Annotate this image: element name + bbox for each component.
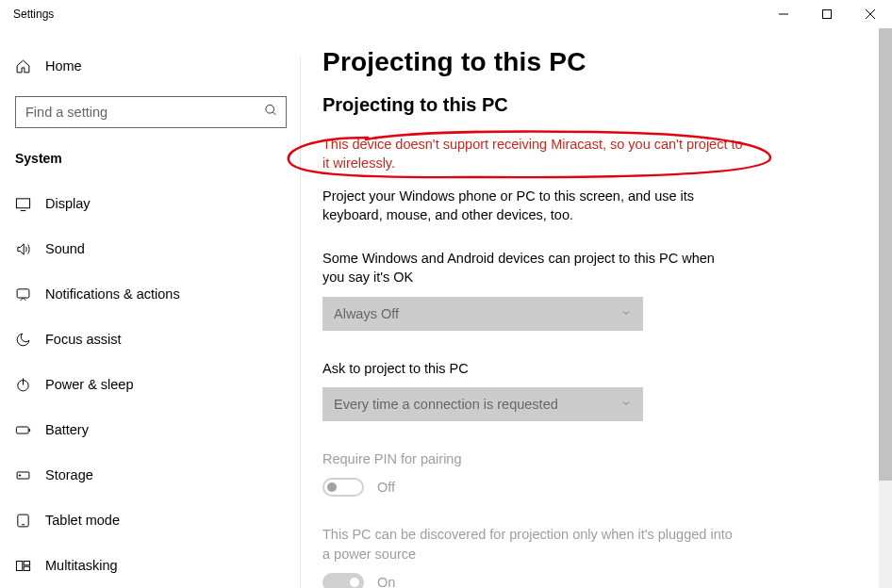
svg-rect-11 xyxy=(16,426,28,433)
svg-rect-18 xyxy=(24,561,29,564)
tablet-icon xyxy=(15,513,38,529)
home-icon xyxy=(15,58,38,74)
ask-to-project-select[interactable]: Every time a connection is requested xyxy=(322,387,643,421)
chevron-down-icon xyxy=(620,306,632,321)
availability-label: Some Windows and Android devices can pro… xyxy=(322,249,737,287)
sidebar-item-battery[interactable]: Battery xyxy=(0,407,300,452)
sidebar-item-label: Multitasking xyxy=(45,558,118,573)
sidebar-item-label: Battery xyxy=(45,422,89,437)
sidebar-item-label: Focus assist xyxy=(45,332,122,347)
availability-select[interactable]: Always Off xyxy=(322,297,643,331)
svg-rect-19 xyxy=(24,566,29,570)
sidebar-item-multitasking[interactable]: Multitasking xyxy=(0,543,300,588)
sidebar-item-sound[interactable]: Sound xyxy=(0,226,300,271)
search-icon xyxy=(264,104,278,122)
window-controls xyxy=(762,0,892,28)
display-icon xyxy=(15,196,38,212)
sidebar-item-label: Tablet mode xyxy=(45,513,120,528)
main-panel: Projecting to this PC Projecting to this… xyxy=(300,28,892,588)
sidebar-item-focus-assist[interactable]: Focus assist xyxy=(0,317,300,362)
plugged-in-discovery-toggle[interactable] xyxy=(322,573,364,588)
description-text: Project your Windows phone or PC to this… xyxy=(322,187,719,225)
maximize-icon xyxy=(822,9,832,19)
close-icon xyxy=(866,9,875,19)
ask-to-project-value: Every time a connection is requested xyxy=(334,397,558,412)
require-pin-label: Require PIN for pairing xyxy=(322,449,737,468)
availability-value: Always Off xyxy=(334,306,399,321)
storage-icon xyxy=(15,467,38,483)
search-input[interactable] xyxy=(16,97,286,127)
svg-rect-1 xyxy=(823,10,832,19)
chevron-down-icon xyxy=(620,397,632,412)
plugged-in-discovery-label: This PC can be discovered for projection… xyxy=(322,525,737,564)
focus-assist-icon xyxy=(15,332,38,348)
home-label: Home xyxy=(45,58,82,74)
page-title: Projecting to this PC xyxy=(322,47,835,77)
vertical-scrollbar[interactable] xyxy=(879,28,892,588)
sidebar-section-title: System xyxy=(0,151,300,166)
power-icon xyxy=(15,377,38,393)
scrollbar-thumb[interactable] xyxy=(879,28,892,481)
svg-rect-8 xyxy=(17,288,29,297)
sidebar-item-label: Power & sleep xyxy=(45,377,134,392)
require-pin-toggle[interactable] xyxy=(322,478,364,497)
multitasking-icon xyxy=(15,558,38,574)
ask-to-project-label: Ask to project to this PC xyxy=(322,359,737,378)
sidebar-item-label: Display xyxy=(45,196,91,211)
sidebar: Home System Display Sound Notifications … xyxy=(0,28,300,588)
search-box[interactable] xyxy=(15,96,287,128)
require-pin-state: Off xyxy=(377,480,395,495)
sidebar-item-storage[interactable]: Storage xyxy=(0,452,300,498)
sidebar-item-display[interactable]: Display xyxy=(0,181,300,226)
maximize-button[interactable] xyxy=(805,0,849,28)
svg-line-5 xyxy=(273,112,275,115)
svg-point-14 xyxy=(19,474,20,475)
svg-rect-17 xyxy=(16,561,22,570)
title-bar: Settings xyxy=(0,0,892,28)
sidebar-item-tablet-mode[interactable]: Tablet mode xyxy=(0,498,300,543)
minimize-button[interactable] xyxy=(762,0,805,28)
notifications-icon xyxy=(15,286,38,302)
sidebar-item-label: Storage xyxy=(45,467,93,482)
miracast-warning-text: This device doesn't support receiving Mi… xyxy=(322,135,747,173)
battery-icon xyxy=(15,422,38,438)
sidebar-item-notifications[interactable]: Notifications & actions xyxy=(0,271,300,317)
close-button[interactable] xyxy=(849,0,892,28)
home-link[interactable]: Home xyxy=(0,49,300,83)
minimize-icon xyxy=(779,9,788,19)
sound-icon xyxy=(15,241,38,257)
sidebar-item-label: Sound xyxy=(45,241,85,256)
window-title: Settings xyxy=(13,8,54,21)
sidebar-item-power-sleep[interactable]: Power & sleep xyxy=(0,362,300,407)
plugged-in-discovery-state: On xyxy=(377,575,395,588)
sidebar-item-label: Notifications & actions xyxy=(45,286,180,302)
svg-point-4 xyxy=(266,105,274,113)
svg-rect-6 xyxy=(16,198,29,207)
section-heading: Projecting to this PC xyxy=(322,94,835,116)
